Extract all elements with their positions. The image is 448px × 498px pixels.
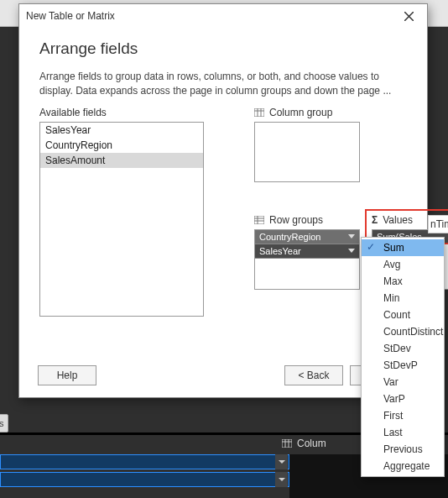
menu-item-previous[interactable]: Previous — [362, 441, 444, 458]
background-field-dropdown-2[interactable] — [275, 472, 288, 487]
menu-item-last[interactable]: Last — [362, 424, 444, 441]
background-field-row-1[interactable] — [0, 454, 289, 469]
close-button[interactable] — [397, 6, 420, 26]
table-icon — [254, 108, 264, 117]
help-button[interactable]: Help — [38, 365, 96, 385]
background-tab[interactable]: s — [0, 414, 8, 432]
background-field-row-2[interactable] — [0, 472, 289, 487]
background-peek: nTime — [428, 215, 448, 233]
field-chip[interactable]: CountryRegion — [255, 230, 359, 244]
background-field-dropdown-1[interactable] — [275, 454, 288, 469]
menu-item-stdev[interactable]: StDev — [362, 340, 444, 357]
aggregate-menu: Sum Avg Max Min Count CountDistinct StDe… — [361, 237, 445, 477]
background-column-label: Colum — [282, 438, 326, 449]
menu-item-min[interactable]: Min — [362, 290, 444, 307]
chevron-down-icon — [348, 234, 355, 239]
column-groups-box[interactable] — [254, 122, 360, 182]
menu-item-sum[interactable]: Sum — [362, 239, 444, 256]
list-item[interactable]: SalesYear — [40, 123, 203, 138]
values-label: Σ Values — [372, 214, 413, 226]
menu-item-aggregate[interactable]: Aggregate — [362, 458, 444, 474]
menu-item-max[interactable]: Max — [362, 273, 444, 290]
svg-rect-0 — [282, 439, 292, 448]
menu-item-avg[interactable]: Avg — [362, 256, 444, 273]
table-icon — [254, 216, 264, 224]
menu-item-var[interactable]: Var — [362, 374, 444, 391]
back-button[interactable]: < Back — [284, 365, 343, 385]
available-fields-label: Available fields — [39, 107, 204, 118]
row-groups-box[interactable]: CountryRegion SalesYear — [254, 229, 360, 290]
table-icon — [282, 439, 292, 448]
window-title: New Table or Matrix — [26, 10, 115, 22]
field-chip[interactable]: SalesYear — [255, 244, 359, 259]
row-groups-label: Row groups — [254, 214, 323, 226]
step-description: Arrange fields to group data in rows, co… — [39, 70, 407, 98]
svg-rect-6 — [254, 108, 264, 117]
title-bar: New Table or Matrix — [19, 4, 427, 28]
sigma-icon: Σ — [372, 214, 378, 226]
list-item[interactable]: SalesAmount — [40, 153, 203, 168]
column-groups-label: Column group — [254, 107, 332, 118]
available-fields-list[interactable]: SalesYear CountryRegion SalesAmount — [39, 122, 204, 317]
list-item[interactable]: CountryRegion — [40, 138, 203, 153]
step-heading: Arrange fields — [39, 39, 407, 58]
chevron-down-icon — [348, 249, 355, 253]
menu-item-first[interactable]: First — [362, 407, 444, 424]
svg-rect-10 — [254, 216, 264, 224]
close-icon — [404, 12, 414, 21]
menu-item-countdistinct[interactable]: CountDistinct — [362, 323, 444, 340]
menu-item-count[interactable]: Count — [362, 307, 444, 323]
menu-item-varp[interactable]: VarP — [362, 391, 444, 407]
menu-item-stdevp[interactable]: StDevP — [362, 357, 444, 374]
